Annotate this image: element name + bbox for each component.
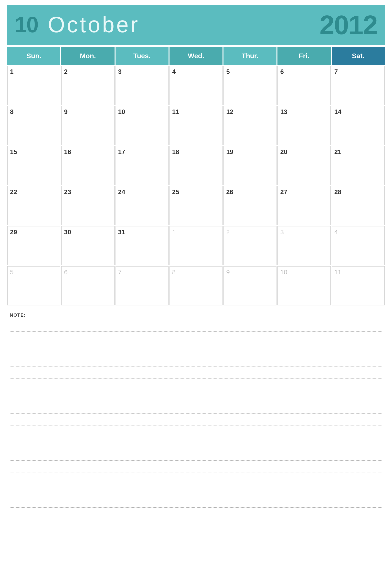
notes-line: [10, 355, 382, 367]
notes-line: [10, 367, 382, 378]
cell-day-number: 14: [334, 108, 341, 115]
notes-line: [10, 508, 382, 519]
calendar-cell: 23: [61, 186, 114, 225]
cell-day-number: 20: [280, 148, 287, 155]
day-header-sunday: Sun.: [7, 47, 60, 65]
calendar-cell: 8: [7, 106, 60, 145]
cell-day-number: 7: [118, 269, 122, 276]
calendar-cell: 2: [224, 226, 277, 265]
calendar-cell: 30: [61, 226, 114, 265]
cell-day-number: 9: [64, 108, 67, 115]
calendar-cell: 18: [169, 146, 223, 185]
year: 2012: [320, 9, 377, 40]
cell-day-number: 3: [118, 68, 122, 75]
calendar-header: 10 October 2012: [7, 5, 385, 45]
calendar-cell: 11: [169, 106, 223, 145]
calendar-cell: 8: [169, 266, 223, 305]
calendar-cell: 11: [332, 266, 385, 305]
calendar-cell: 31: [115, 226, 168, 265]
cell-day-number: 9: [226, 269, 230, 276]
notes-label: NOTE:: [10, 313, 382, 318]
cell-day-number: 2: [64, 68, 67, 75]
calendar-grid: 1234567891011121314151617181920212223242…: [7, 66, 385, 305]
cell-day-number: 28: [334, 188, 341, 196]
cell-day-number: 19: [226, 148, 233, 155]
cell-day-number: 4: [334, 228, 338, 236]
cell-day-number: 10: [118, 108, 125, 115]
notes-line: [10, 343, 382, 355]
cell-day-number: 1: [10, 68, 14, 75]
cell-day-number: 15: [10, 148, 17, 155]
day-header-thursday: Thur.: [224, 47, 277, 65]
cell-day-number: 16: [64, 148, 71, 155]
calendar-cell: 28: [332, 186, 385, 225]
calendar-cell: 7: [115, 266, 168, 305]
cell-day-number: 6: [64, 269, 67, 276]
calendar-cell: 26: [224, 186, 277, 225]
cell-day-number: 27: [280, 188, 287, 196]
cell-day-number: 7: [334, 68, 338, 75]
day-header-saturday: Sat.: [332, 47, 385, 65]
calendar-cell: 3: [115, 66, 168, 105]
cell-day-number: 22: [10, 188, 17, 196]
cell-day-number: 8: [172, 269, 176, 276]
calendar-cell: 25: [169, 186, 223, 225]
month-name: October: [48, 12, 140, 37]
day-header-monday: Mon.: [61, 47, 114, 65]
notes-line: [10, 484, 382, 496]
cell-day-number: 31: [118, 228, 125, 236]
calendar-cell: 10: [278, 266, 330, 305]
calendar-cell: 17: [115, 146, 168, 185]
calendar-cell: 12: [224, 106, 277, 145]
cell-day-number: 26: [226, 188, 233, 196]
day-headers-row: Sun.Mon.Tues.Wed.Thur.Fri.Sat.: [7, 47, 385, 65]
cell-day-number: 1: [172, 228, 176, 236]
calendar-cell: 29: [7, 226, 60, 265]
notes-line: [10, 402, 382, 414]
calendar-cell: 3: [278, 226, 330, 265]
calendar-cell: 22: [7, 186, 60, 225]
notes-lines: [10, 320, 382, 531]
calendar-cell: 24: [115, 186, 168, 225]
calendar-cell: 7: [332, 66, 385, 105]
cell-day-number: 24: [118, 188, 125, 196]
calendar-cell: 13: [278, 106, 330, 145]
notes-line: [10, 449, 382, 461]
month-number: 10: [15, 12, 38, 37]
cell-day-number: 29: [10, 228, 17, 236]
cell-day-number: 13: [280, 108, 287, 115]
calendar-cell: 19: [224, 146, 277, 185]
notes-line: [10, 425, 382, 437]
cell-day-number: 18: [172, 148, 179, 155]
cell-day-number: 4: [172, 68, 176, 75]
calendar-cell: 16: [61, 146, 114, 185]
calendar-cell: 27: [278, 186, 330, 225]
cell-day-number: 25: [172, 188, 179, 196]
cell-day-number: 21: [334, 148, 341, 155]
notes-line: [10, 519, 382, 531]
cell-day-number: 2: [226, 228, 230, 236]
day-header-friday: Fri.: [278, 47, 330, 65]
calendar-cell: 6: [61, 266, 114, 305]
cell-day-number: 11: [172, 108, 179, 115]
notes-line: [10, 472, 382, 484]
notes-line: [10, 437, 382, 449]
cell-day-number: 17: [118, 148, 125, 155]
cell-day-number: 11: [334, 269, 341, 276]
calendar-cell: 1: [169, 226, 223, 265]
cell-day-number: 5: [226, 68, 230, 75]
calendar-cell: 10: [115, 106, 168, 145]
cell-day-number: 6: [280, 68, 283, 75]
day-header-tuesday: Tues.: [115, 47, 168, 65]
calendar-cell: 6: [278, 66, 330, 105]
calendar-cell: 2: [61, 66, 114, 105]
cell-day-number: 10: [280, 269, 287, 276]
cell-day-number: 23: [64, 188, 71, 196]
notes-line: [10, 378, 382, 390]
cell-day-number: 3: [280, 228, 283, 236]
calendar-cell: 4: [169, 66, 223, 105]
notes-line: [10, 496, 382, 508]
cell-day-number: 12: [226, 108, 233, 115]
cell-day-number: 30: [64, 228, 71, 236]
notes-line: [10, 461, 382, 472]
